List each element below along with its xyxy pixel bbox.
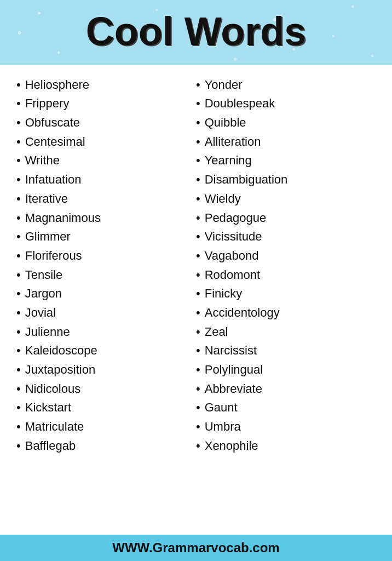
word-label: Julienne xyxy=(25,324,70,340)
list-item: •Writhe xyxy=(16,151,196,170)
list-item: •Narcissist xyxy=(196,341,376,360)
word-label: Centesimal xyxy=(25,134,85,150)
list-item: •Yearning xyxy=(196,151,376,170)
word-label: Doublespeak xyxy=(205,95,275,112)
bullet-icon: • xyxy=(196,154,200,167)
bullet-icon: • xyxy=(16,250,21,262)
list-item: •Rodomont xyxy=(196,265,376,284)
list-item: •Heliosphere xyxy=(16,75,196,94)
list-item: •Julienne xyxy=(16,322,196,341)
list-item: •Yonder xyxy=(196,75,376,94)
bullet-icon: • xyxy=(16,307,21,319)
word-label: Bafflegab xyxy=(25,438,76,454)
word-label: Polylingual xyxy=(205,362,263,378)
bullet-icon: • xyxy=(196,364,200,376)
bullet-icon: • xyxy=(16,440,21,452)
word-label: Yearning xyxy=(205,152,252,169)
bullet-icon: • xyxy=(16,402,21,414)
list-item: •Jovial xyxy=(16,303,196,322)
word-label: Nidicolous xyxy=(25,381,81,397)
list-item: •Xenophile xyxy=(196,436,376,455)
bullet-icon: • xyxy=(16,421,21,433)
bullet-icon: • xyxy=(16,117,21,129)
word-label: Jovial xyxy=(25,305,56,321)
header: Cool Words xyxy=(0,0,392,65)
word-label: Kaleidoscope xyxy=(25,342,97,359)
bullet-icon: • xyxy=(196,136,200,148)
word-label: Xenophile xyxy=(205,438,258,454)
list-item: •Pedagogue xyxy=(196,208,376,227)
bullet-icon: • xyxy=(196,193,200,205)
bullet-icon: • xyxy=(196,307,200,319)
bullet-icon: • xyxy=(196,212,200,224)
word-label: Umbra xyxy=(205,419,241,435)
bullet-icon: • xyxy=(16,231,21,243)
list-item: •Gaunt xyxy=(196,398,376,417)
word-label: Narcissist xyxy=(205,342,257,359)
bullet-icon: • xyxy=(196,345,200,357)
bullet-icon: • xyxy=(196,79,200,91)
list-item: •Zeal xyxy=(196,322,376,341)
list-item: •Iterative xyxy=(16,189,196,208)
list-item: •Polylingual xyxy=(196,360,376,380)
bullet-icon: • xyxy=(16,79,21,91)
list-item: •Kickstart xyxy=(16,398,196,417)
bullet-icon: • xyxy=(196,231,200,243)
word-label: Wieldy xyxy=(205,191,241,207)
list-item: •Finicky xyxy=(196,284,376,304)
list-item: •Infatuation xyxy=(16,170,196,190)
word-label: Frippery xyxy=(25,95,70,112)
footer: WWW.Grammarvocab.com xyxy=(0,535,392,561)
word-label: Gaunt xyxy=(205,399,238,416)
footer-url: WWW.Grammarvocab.com xyxy=(11,540,381,556)
word-label: Glimmer xyxy=(25,228,71,245)
bullet-icon: • xyxy=(16,212,21,224)
list-item: •Tensile xyxy=(16,265,196,284)
word-label: Disambiguation xyxy=(205,171,288,188)
list-item: •Umbra xyxy=(196,417,376,437)
word-label: Pedagogue xyxy=(205,210,267,226)
list-item: •Floriferous xyxy=(16,246,196,265)
list-item: •Centesimal xyxy=(16,132,196,151)
right-column: •Yonder•Doublespeak•Quibble•Alliteration… xyxy=(196,75,376,525)
bullet-icon: • xyxy=(196,250,200,262)
bullet-icon: • xyxy=(16,288,21,300)
list-item: •Juxtaposition xyxy=(16,360,196,380)
bullet-icon: • xyxy=(196,174,200,186)
list-item: •Magnanimous xyxy=(16,208,196,227)
list-item: •Alliteration xyxy=(196,132,376,151)
bullet-icon: • xyxy=(16,136,21,148)
word-label: Matriculate xyxy=(25,419,84,435)
bullet-icon: • xyxy=(196,421,200,433)
word-label: Magnanimous xyxy=(25,210,101,226)
bullet-icon: • xyxy=(16,364,21,376)
list-item: •Disambiguation xyxy=(196,170,376,190)
bullet-icon: • xyxy=(196,440,200,452)
list-item: •Abbreviate xyxy=(196,379,376,398)
word-label: Quibble xyxy=(205,115,246,131)
list-item: •Frippery xyxy=(16,94,196,113)
word-label: Obfuscate xyxy=(25,115,80,131)
bullet-icon: • xyxy=(196,117,200,129)
word-label: Accidentology xyxy=(205,305,280,321)
word-label: Abbreviate xyxy=(205,381,262,397)
page-title: Cool Words xyxy=(11,10,381,53)
word-label: Floriferous xyxy=(25,248,82,264)
bullet-icon: • xyxy=(196,402,200,414)
bullet-icon: • xyxy=(16,345,21,357)
list-item: •Glimmer xyxy=(16,227,196,247)
bullet-icon: • xyxy=(196,383,200,395)
word-label: Heliosphere xyxy=(25,77,89,93)
word-label: Zeal xyxy=(205,324,228,340)
bullet-icon: • xyxy=(16,98,21,110)
list-item: •Quibble xyxy=(196,113,376,133)
word-label: Vicissitude xyxy=(205,228,262,245)
bullet-icon: • xyxy=(16,383,21,395)
word-label: Infatuation xyxy=(25,171,82,188)
bullet-icon: • xyxy=(16,326,21,338)
bullet-icon: • xyxy=(196,288,200,300)
bullet-icon: • xyxy=(196,98,200,110)
list-item: •Bafflegab xyxy=(16,436,196,455)
list-item: •Matriculate xyxy=(16,417,196,437)
word-label: Jargon xyxy=(25,285,62,302)
